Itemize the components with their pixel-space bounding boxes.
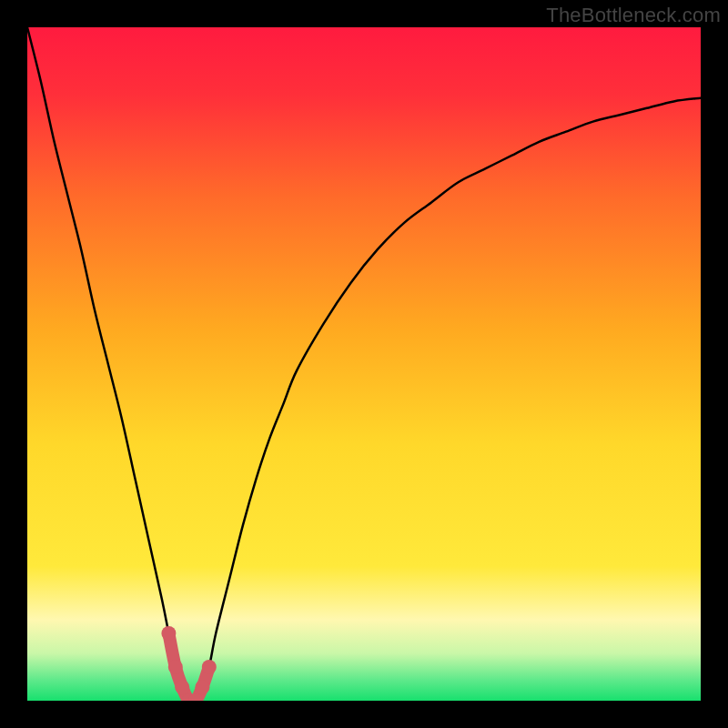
highlight-marker-dot bbox=[202, 660, 217, 674]
highlight-marker-dot bbox=[195, 680, 209, 694]
highlight-marker-dot bbox=[161, 626, 176, 641]
highlight-marker-dot bbox=[168, 660, 183, 674]
watermark-text: TheBottleneck.com bbox=[546, 4, 721, 27]
highlight-marker-dot bbox=[175, 680, 189, 694]
bottleneck-curve bbox=[27, 27, 701, 701]
plot-area bbox=[27, 27, 701, 701]
chart-frame: TheBottleneck.com bbox=[0, 0, 728, 728]
curves-layer bbox=[27, 27, 701, 701]
